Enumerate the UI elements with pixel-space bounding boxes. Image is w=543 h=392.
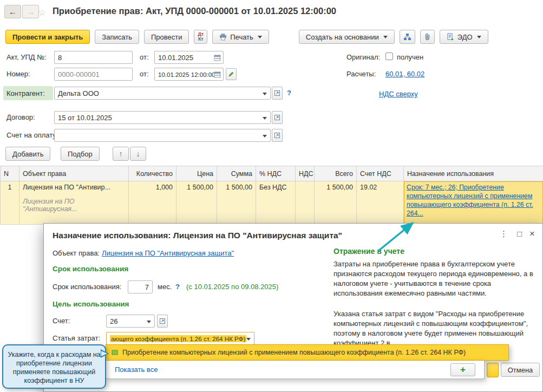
create-based-on-button[interactable]: Создать на основании [299, 30, 395, 44]
cancel-button[interactable]: Отмена [501, 363, 540, 377]
edit-number-button[interactable] [226, 68, 237, 80]
usage-purpose-link[interactable]: Срок: 7 мес.; 26; Приобретение компьютер… [407, 184, 533, 217]
invoice-input[interactable] [54, 129, 271, 142]
forward-button[interactable]: → [22, 5, 39, 18]
col-price[interactable]: Цена [176, 166, 217, 181]
cell-object[interactable]: Лицензия на ПО "Антивир... Лицензия на П… [19, 181, 129, 225]
help-icon[interactable]: ? [287, 89, 291, 97]
maximize-icon[interactable]: □ [517, 229, 522, 239]
post-and-close-button[interactable]: Провести и закрыть [5, 30, 90, 44]
contract-open-button[interactable] [272, 111, 283, 124]
number-label: Номер: [6, 70, 30, 78]
col-quantity[interactable]: Количество [129, 166, 176, 181]
combo-caret-icon[interactable] [246, 338, 251, 341]
counterparty-open-button[interactable] [272, 87, 283, 100]
cell-total[interactable]: 1 500,00 [315, 181, 357, 225]
structure-button[interactable] [400, 30, 415, 44]
act-date-input[interactable]: 10.01.2025 [154, 51, 224, 64]
col-vat-account[interactable]: Счет НДС [357, 166, 404, 181]
dialog-object-link[interactable]: Лицензия на ПО "Антивирусная защита" [102, 249, 234, 257]
cost-item-input[interactable]: ающего коэффициента (п. 1.26 ст. 264 НК … [106, 332, 254, 345]
open-icon [274, 114, 280, 121]
act-date-value: 10.01.2025 [158, 53, 212, 62]
col-total[interactable]: Всего [315, 166, 357, 181]
app-window: ← → ☆ Приобретение прав: Акт, УПД 0000-0… [0, 0, 543, 392]
original-received-checkbox[interactable] [385, 53, 393, 60]
chevron-down-icon [383, 36, 388, 38]
pencil-icon [228, 71, 234, 77]
term-input[interactable]: 7 [128, 280, 153, 293]
settlements-label: Расчеты: [346, 70, 376, 78]
dropdown-highlighted-item[interactable]: Приобретение компьютерных лицензий с при… [106, 344, 509, 361]
table-row[interactable]: 1 Лицензия на ПО "Антивир... Лицензия на… [1, 181, 543, 225]
cell-vat[interactable] [296, 181, 315, 225]
back-arrow-icon: ← [9, 7, 17, 16]
col-n[interactable]: N [1, 166, 19, 181]
number-date-label: от: [140, 70, 149, 78]
combo-caret-icon[interactable] [263, 117, 267, 120]
attachment-button[interactable] [420, 30, 435, 44]
invoice-open-button[interactable] [272, 129, 283, 142]
pick-button[interactable]: Подбор [61, 147, 100, 161]
col-vat[interactable]: НДС [296, 166, 315, 181]
act-number-label: Акт, УПД №: [6, 53, 47, 61]
move-up-button[interactable]: ↑ [113, 147, 129, 161]
cost-item-label: Статья затрат: [53, 334, 100, 342]
col-usage[interactable]: Назначение использования [404, 166, 543, 181]
vat-mode-link[interactable]: НДС сверху [379, 90, 418, 98]
account-value: 26 [110, 317, 143, 326]
cell-vat-rate[interactable]: Без НДС [256, 181, 296, 225]
object-description: Лицензия на ПО "Антивирусная... [23, 198, 125, 213]
counterparty-input[interactable]: Дельта ООО [54, 87, 271, 100]
ok-button-partial[interactable] [487, 363, 499, 377]
close-icon[interactable]: × [529, 229, 535, 239]
add-button[interactable]: Добавить [5, 147, 50, 161]
act-number-input[interactable]: 8 [54, 51, 133, 64]
combo-caret-icon[interactable] [263, 93, 267, 95]
calendar-icon[interactable] [214, 71, 221, 79]
print-label: Печать [230, 33, 253, 41]
number-date-input[interactable]: 10.01.2025 12:00:00 [154, 68, 224, 81]
save-button[interactable]: Записать [95, 30, 139, 44]
dtkt-icon: ДтКт [198, 32, 204, 42]
account-input[interactable]: 26 [106, 315, 155, 328]
settlements-link[interactable]: 60.01, 60.02 [385, 70, 424, 78]
calendar-icon[interactable] [214, 54, 221, 63]
edo-button[interactable]: ЭДО [440, 30, 488, 44]
combo-caret-icon[interactable] [147, 321, 151, 323]
combo-caret-icon[interactable] [263, 135, 267, 138]
cell-n[interactable]: 1 [1, 181, 19, 225]
post-button[interactable]: Провести [144, 30, 189, 44]
move-down-button[interactable]: ↓ [130, 147, 146, 161]
col-vat-rate[interactable]: % НДС [256, 166, 296, 181]
print-button[interactable]: Печать [212, 30, 269, 44]
cell-usage-purpose[interactable]: Срок: 7 мес.; 26; Приобретение компьютер… [404, 181, 543, 225]
dialog-object-label: Объект права: [53, 249, 100, 257]
back-button[interactable]: ← [4, 5, 21, 18]
col-amount[interactable]: Сумма [217, 166, 256, 181]
account-open-button[interactable] [157, 315, 168, 328]
cell-vat-account[interactable]: 19.02 [357, 181, 404, 225]
counterparty-label-highlight: Контрагент: [3, 86, 53, 100]
favorite-star-icon[interactable]: ☆ [38, 7, 46, 18]
cell-amount[interactable]: 1 500,00 [217, 181, 256, 225]
term-range-label: (с 10.01.2025 по 09.08.2025) [186, 283, 278, 291]
kt-label: Кт [198, 37, 204, 42]
col-object[interactable]: Объект права [19, 166, 129, 181]
page-title: Приобретение прав: Акт, УПД 0000-000001 … [53, 6, 336, 16]
counterparty-value: Дельта ООО [58, 89, 259, 98]
contract-input[interactable]: 15 от 10.01.2025 [54, 111, 271, 124]
plus-icon: + [460, 364, 466, 375]
items-table: N Объект права Количество Цена Сумма % Н… [0, 166, 543, 225]
help-icon[interactable]: ? [175, 283, 180, 291]
toolbar: Провести и закрыть Записать Провести ДтК… [0, 28, 543, 45]
create-new-button[interactable]: + [450, 363, 475, 376]
number-input[interactable]: 0000-000001 [54, 68, 133, 81]
show-all-link[interactable]: Показать все [115, 365, 158, 374]
more-menu-icon[interactable]: ⋮ [500, 229, 508, 239]
reflection-section-header: Отражение в учете [333, 247, 404, 256]
table-header-row: N Объект права Количество Цена Сумма % Н… [1, 166, 543, 181]
cell-price[interactable]: 1 500,00 [176, 181, 217, 225]
dtkt-button[interactable]: ДтКт [194, 30, 207, 44]
cell-quantity[interactable]: 1,000 [129, 181, 176, 225]
